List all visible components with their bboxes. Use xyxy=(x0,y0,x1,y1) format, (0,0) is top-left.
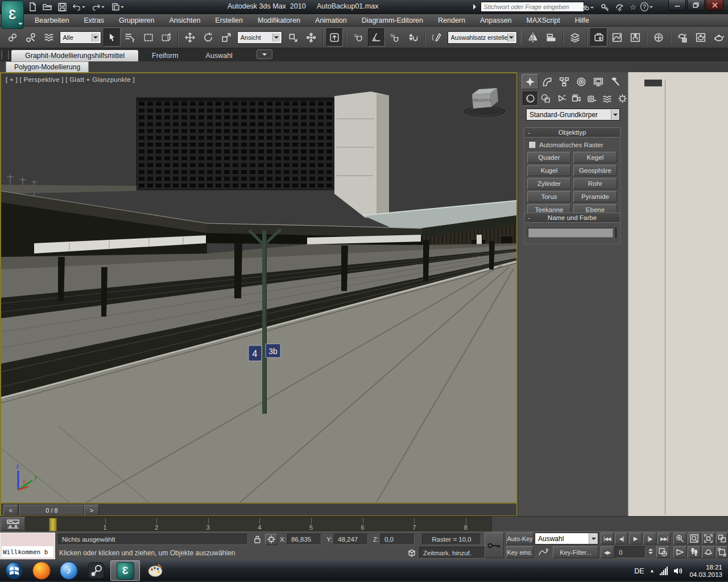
set-key-button[interactable]: Key eins. xyxy=(506,546,533,558)
project-folder-button[interactable] xyxy=(111,1,124,13)
object-type-button[interactable]: Rohr xyxy=(573,178,617,189)
taskbar-itunes[interactable]: ♪ xyxy=(56,560,82,581)
ribbon-grip[interactable] xyxy=(1,51,9,60)
graphite-modeling-tools-toggle[interactable] xyxy=(590,28,607,47)
use-pivot-point-center-button[interactable] xyxy=(284,28,301,47)
angle-snap-toggle-button[interactable] xyxy=(368,28,385,47)
new-file-button[interactable] xyxy=(26,1,39,13)
search-flyout-arrow[interactable] xyxy=(473,4,479,10)
tab-create[interactable] xyxy=(522,74,539,89)
unlink-selection-button[interactable] xyxy=(22,28,39,47)
tab-motion[interactable] xyxy=(573,74,590,89)
current-frame-field[interactable]: 0 xyxy=(615,546,646,558)
welcome-window[interactable]: Willkommen b xyxy=(0,533,55,559)
geometry-category-dropdown[interactable]: Standard-Grundkörper xyxy=(526,109,620,120)
subscription-center-button[interactable] xyxy=(613,2,626,13)
taskbar-steam[interactable] xyxy=(83,560,109,581)
layer-manager-button[interactable] xyxy=(566,28,584,47)
frame-spinner[interactable] xyxy=(647,546,654,558)
communication-center-button[interactable] xyxy=(598,2,611,13)
taskbar-3ds-max-active[interactable]: 3 xyxy=(110,560,140,581)
named-selection-sets-dropdown[interactable]: Auswahlsatz erstelle xyxy=(448,31,517,44)
select-object-button[interactable] xyxy=(104,28,121,47)
rendered-frame-window-button[interactable] xyxy=(692,28,709,47)
clock[interactable]: 18:21 04.03.2013 xyxy=(689,564,726,579)
menu-item[interactable]: Extras xyxy=(76,14,111,26)
viewport-label[interactable]: [ + ] [ Perspektive ] [ Glatt + Glanzpun… xyxy=(6,76,135,83)
menu-item[interactable]: Rendern xyxy=(431,14,473,26)
rollout-name-farbe-header[interactable]: - Name und Farbe xyxy=(524,213,621,223)
select-and-scale-button[interactable] xyxy=(218,28,235,47)
menu-item[interactable]: Diagramm-Editoren xyxy=(354,14,431,26)
play-button[interactable]: ▶ xyxy=(629,533,642,544)
auto-key-button[interactable]: Auto-Key xyxy=(506,533,533,544)
mini-curve-editor-button[interactable] xyxy=(1,517,25,531)
previous-frame-button[interactable]: ◀|| xyxy=(615,533,628,544)
key-mode-dropdown[interactable]: Auswahl xyxy=(535,533,598,544)
key-filters-button[interactable]: Key-Filter... xyxy=(553,546,598,558)
select-and-link-button[interactable] xyxy=(4,28,21,47)
reference-coordinate-system-dropdown[interactable]: Ansicht xyxy=(237,31,282,44)
time-slider-handle[interactable]: 0 / 8 xyxy=(19,505,84,516)
menu-item[interactable]: Ansichten xyxy=(162,14,208,26)
percent-snap-toggle-button[interactable]: % xyxy=(386,28,403,47)
open-file-button[interactable] xyxy=(41,1,53,13)
selection-filter-dropdown[interactable]: Alle xyxy=(60,31,101,44)
object-type-button[interactable]: Pyramide xyxy=(573,191,617,202)
edit-named-selection-sets-button[interactable]: { xyxy=(428,28,445,47)
volume-icon[interactable] xyxy=(673,567,684,575)
search-button[interactable] xyxy=(581,2,594,13)
taskbar-paint[interactable] xyxy=(142,560,168,581)
material-editor-button[interactable] xyxy=(650,28,667,47)
search-dropdown-arrow[interactable] xyxy=(590,7,594,10)
zoom-all-button[interactable] xyxy=(688,533,701,544)
restore-button[interactable] xyxy=(687,0,705,11)
network-icon[interactable] xyxy=(660,567,668,575)
category-lights[interactable] xyxy=(553,92,569,106)
orbit-button[interactable] xyxy=(702,546,715,558)
spinner-down-icon[interactable] xyxy=(648,552,653,556)
track-bar[interactable]: 012345678 xyxy=(26,517,492,531)
z-coordinate-field[interactable]: 0,0 xyxy=(380,534,415,545)
select-and-manipulate-button[interactable] xyxy=(303,28,320,47)
object-type-button[interactable]: Geosphäre xyxy=(573,165,617,176)
curve-editor-button[interactable] xyxy=(609,28,626,47)
ribbon-tab-auswahl[interactable]: Auswahl xyxy=(192,50,246,61)
zoom-extents-all-button[interactable] xyxy=(716,533,727,544)
go-to-start-button[interactable]: |◀◀ xyxy=(601,533,614,544)
panel-tab-polygon-modellierung[interactable]: Polygon-Modellierung xyxy=(6,61,89,72)
menu-item[interactable]: Hilfe xyxy=(568,14,597,26)
language-indicator[interactable]: DE xyxy=(634,567,644,575)
render-setup-button[interactable] xyxy=(674,28,691,47)
ribbon-tab-graphit[interactable]: Graphit-Modellierungshilfsmittel xyxy=(11,50,138,61)
keyboard-shortcut-override-toggle[interactable] xyxy=(326,28,344,47)
mirror-button[interactable] xyxy=(524,28,541,47)
bind-to-space-warp-button[interactable] xyxy=(40,28,57,47)
project-dropdown-arrow[interactable] xyxy=(121,6,124,10)
align-button[interactable] xyxy=(543,28,560,47)
y-coordinate-field[interactable]: 48,247 xyxy=(334,534,368,545)
maximize-viewport-toggle[interactable] xyxy=(716,546,727,558)
rollout-objekttyp-header[interactable]: - Objekttyp xyxy=(524,127,621,138)
tab-hierarchy[interactable] xyxy=(556,74,573,89)
zoom-button[interactable] xyxy=(673,533,686,544)
menu-item[interactable]: Erstellen xyxy=(208,14,250,26)
menu-item[interactable]: MAXScript xyxy=(519,14,568,26)
select-by-name-button[interactable] xyxy=(122,28,139,47)
render-production-button[interactable] xyxy=(710,28,727,47)
snaps-toggle-3d-button[interactable]: 3 xyxy=(350,28,367,47)
menu-item[interactable]: Anpassen xyxy=(473,14,519,26)
object-type-button[interactable]: Torus xyxy=(527,191,571,202)
select-and-move-button[interactable] xyxy=(181,28,198,47)
spinner-snap-toggle-button[interactable] xyxy=(404,28,421,47)
category-geometry[interactable] xyxy=(523,92,538,106)
tab-display[interactable] xyxy=(590,74,607,89)
go-to-end-button[interactable]: ▶▶| xyxy=(657,533,671,544)
perspective-viewport[interactable]: 4 3b RECHTS z y x [ + xyxy=(0,72,518,504)
menu-item[interactable]: Bearbeiten xyxy=(27,14,76,26)
isolation-mode-toggle[interactable] xyxy=(405,547,417,559)
taskbar-firefox[interactable] xyxy=(28,560,55,581)
category-cameras[interactable] xyxy=(569,92,584,106)
category-shapes[interactable] xyxy=(538,92,553,106)
object-type-button[interactable]: Quader xyxy=(527,152,571,163)
